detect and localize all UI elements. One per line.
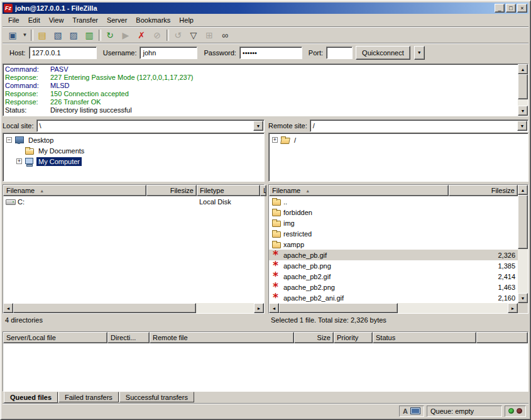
scroll-down-icon[interactable]: ▼: [518, 293, 528, 303]
site-manager-dropdown-icon[interactable]: ▼: [21, 28, 29, 42]
menu-file[interactable]: File: [4, 14, 24, 26]
site-manager-icon[interactable]: ▣: [5, 28, 20, 42]
scrollbar-track[interactable]: [518, 74, 528, 106]
remote-site-combobox[interactable]: / ▼: [310, 119, 528, 132]
tree-item[interactable]: My Documents: [4, 145, 263, 156]
file-type-icon: [271, 218, 282, 228]
file-row[interactable]: img: [269, 218, 518, 228]
menu-help[interactable]: Help: [175, 14, 198, 26]
file-row[interactable]: apache_pb.png 1,385: [269, 260, 518, 271]
menu-transfer[interactable]: Transfer: [68, 14, 102, 26]
scrollbar-track[interactable]: [279, 303, 508, 313]
file-row[interactable]: restricted: [269, 228, 518, 239]
minimize-button[interactable]: _: [495, 4, 505, 13]
tree-expander-icon[interactable]: [272, 137, 278, 143]
compare-icon[interactable]: ⊞: [202, 28, 217, 42]
refresh-icon[interactable]: ↻: [102, 28, 118, 42]
remote-horizontal-scrollbar[interactable]: ◄ ►: [269, 303, 518, 313]
file-row[interactable]: apache_pb.gif 2,326: [269, 250, 518, 260]
port-label: Port:: [309, 49, 323, 57]
remote-file-list[interactable]: .. forbidden: [269, 196, 518, 303]
file-row[interactable]: apache_pb2_ani.gif 2,160: [269, 292, 518, 303]
scroll-down-icon[interactable]: ▼: [518, 106, 528, 116]
titlebar[interactable]: Fz john@127.0.0.1 - FileZilla _ □ ×: [3, 3, 528, 14]
menu-view[interactable]: View: [45, 14, 68, 26]
filter-icon[interactable]: ▽: [186, 28, 201, 42]
column-header-direction[interactable]: Directi...: [107, 332, 150, 343]
file-row[interactable]: xampp: [269, 239, 518, 250]
queue-list[interactable]: [3, 343, 528, 391]
scroll-up-icon[interactable]: ▲: [518, 185, 528, 195]
toolbar-glyph: ▶: [123, 30, 129, 40]
scrollbar-thumb[interactable]: [279, 303, 398, 313]
tree-item[interactable]: Desktop: [4, 135, 263, 145]
scrollbar-thumb[interactable]: [518, 195, 528, 249]
tab-successful-transfers[interactable]: Successful transfers: [119, 392, 194, 402]
tab-queued-files[interactable]: Queued files: [4, 392, 58, 403]
local-directory-tree[interactable]: Desktop My Documents My Computer: [3, 133, 265, 182]
scroll-right-icon[interactable]: ►: [254, 303, 264, 313]
menu-server[interactable]: Server: [102, 14, 131, 26]
scroll-left-icon[interactable]: ◄: [269, 303, 279, 313]
column-header-remote-file[interactable]: Remote file: [150, 332, 294, 343]
file-name: apache_pb.png: [283, 262, 331, 270]
file-row[interactable]: ..: [269, 196, 518, 207]
tree-item[interactable]: My Computer: [4, 156, 263, 167]
tree-item[interactable]: /: [270, 135, 527, 145]
scrollbar-thumb[interactable]: [518, 74, 528, 99]
file-row[interactable]: forbidden: [269, 207, 518, 218]
port-input[interactable]: [326, 47, 353, 59]
password-input[interactable]: [239, 47, 302, 59]
file-row[interactable]: apache_pb2.gif 2,414: [269, 271, 518, 282]
scrollbar-corner: [518, 303, 528, 313]
disconnect-icon[interactable]: ⊘: [150, 28, 165, 42]
remote-directory-tree[interactable]: /: [268, 133, 528, 182]
file-row[interactable]: apache_pb2.png 1,463: [269, 282, 518, 292]
scroll-up-icon[interactable]: ▲: [518, 64, 528, 74]
column-header-size[interactable]: Size: [294, 332, 334, 343]
reconnect-icon[interactable]: ↺: [170, 28, 185, 42]
scrollbar-track[interactable]: [13, 303, 254, 313]
scroll-left-icon[interactable]: ◄: [3, 303, 13, 313]
process-queue-icon[interactable]: ▶: [118, 28, 133, 42]
chevron-down-icon[interactable]: ▼: [517, 121, 527, 131]
column-header-server-local-file[interactable]: Server/Local file: [3, 332, 107, 343]
quickconnect-button[interactable]: Quickconnect: [356, 46, 410, 60]
column-header-priority[interactable]: Priority: [334, 332, 373, 343]
scroll-right-icon[interactable]: ►: [508, 303, 518, 313]
menu-bookmarks[interactable]: Bookmarks: [131, 14, 175, 26]
tree-expander-icon[interactable]: [16, 158, 22, 164]
local-horizontal-scrollbar[interactable]: ◄ ►: [3, 303, 264, 313]
scrollbar-track[interactable]: [518, 195, 528, 293]
remote-vertical-scrollbar[interactable]: ▲ ▼: [518, 185, 528, 303]
menu-edit[interactable]: Edit: [24, 14, 45, 26]
local-tree-toggle-icon[interactable]: ▧: [50, 28, 65, 42]
local-file-list[interactable]: C: Local Disk: [3, 196, 264, 303]
tab-failed-transfers[interactable]: Failed transfers: [58, 392, 119, 402]
column-header-filename[interactable]: Filename ▲: [269, 185, 449, 196]
maximize-button[interactable]: □: [506, 4, 516, 13]
scrollbar-thumb[interactable]: [13, 303, 196, 313]
username-input[interactable]: [140, 47, 197, 59]
chevron-down-icon[interactable]: ▼: [253, 121, 263, 131]
column-header-filename[interactable]: Filename ▲: [3, 185, 146, 196]
close-button[interactable]: ×: [517, 4, 527, 13]
log-scrollbar[interactable]: ▲ ▼: [518, 64, 528, 116]
remote-tree-toggle-icon[interactable]: ▨: [66, 28, 81, 42]
remote-site-value: /: [311, 122, 517, 130]
column-header-filesize[interactable]: Filesize: [146, 185, 197, 196]
host-input[interactable]: [29, 47, 97, 59]
column-header-status[interactable]: Status: [373, 332, 476, 343]
column-header-filetype[interactable]: Filetype: [197, 185, 260, 196]
column-header-filesize[interactable]: Filesize: [449, 185, 518, 196]
cancel-icon[interactable]: ✗: [134, 28, 149, 42]
toolbar-glyph: ▼: [23, 32, 28, 38]
find-icon[interactable]: ∞: [217, 28, 233, 42]
quickconnect-dropdown-icon[interactable]: ▼: [414, 46, 425, 60]
queue-view-toggle-icon[interactable]: ▥: [82, 28, 97, 42]
horizontal-splitter[interactable]: [3, 326, 528, 331]
file-row[interactable]: C: Local Disk: [3, 196, 264, 207]
message-log-toggle-icon[interactable]: ▤: [35, 28, 50, 42]
local-site-combobox[interactable]: \ ▼: [36, 119, 265, 132]
tree-expander-icon[interactable]: [6, 137, 12, 143]
